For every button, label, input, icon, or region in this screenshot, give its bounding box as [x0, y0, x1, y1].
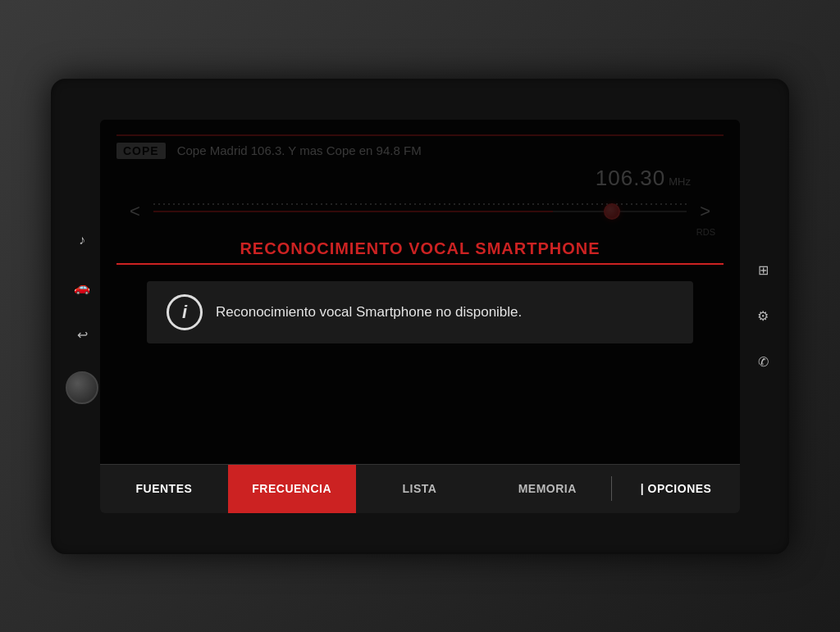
tab-memoria[interactable]: Memoria — [483, 465, 611, 513]
left-hw-buttons: ♪ 🚗 ↩ — [66, 229, 98, 404]
settings-icon[interactable]: ⚙ — [751, 305, 774, 328]
right-hw-buttons: ⊞ ⚙ ✆ — [751, 259, 774, 374]
back-icon[interactable]: ↩ — [71, 324, 94, 347]
tab-fuentes[interactable]: FUENTES — [100, 465, 228, 513]
info-icon: i — [167, 294, 203, 330]
voice-recognition-modal: RECONOCIMIENTO VOCAL SMARTPHONE i Recono… — [100, 120, 740, 464]
tab-frecuencia[interactable]: Frecuencia — [228, 465, 356, 513]
tab-opciones[interactable]: | OPCIONES — [612, 465, 740, 513]
main-screen: RECONOCIMIENTO VOCAL SMARTPHONE i Recono… — [100, 120, 740, 513]
grid-icon[interactable]: ⊞ — [751, 259, 774, 282]
phone-icon[interactable]: ✆ — [751, 351, 774, 374]
modal-divider — [116, 263, 724, 265]
volume-knob[interactable] — [66, 371, 98, 404]
car-icon[interactable]: 🚗 — [71, 276, 94, 299]
modal-title: RECONOCIMIENTO VOCAL SMARTPHONE — [240, 239, 600, 258]
modal-message: Reconocimiento vocal Smartphone no dispo… — [216, 304, 522, 321]
tab-lista[interactable]: Lista — [356, 465, 484, 513]
tab-bar: FUENTES Frecuencia Lista Memoria | OPCIO… — [100, 464, 740, 513]
music-icon[interactable]: ♪ — [71, 229, 94, 252]
modal-body: i Reconocimiento vocal Smartphone no dis… — [147, 281, 693, 343]
car-infotainment-frame: ♪ 🚗 ↩ RECONOCIMIENTO VOCAL SMARTPHONE i … — [51, 79, 789, 554]
